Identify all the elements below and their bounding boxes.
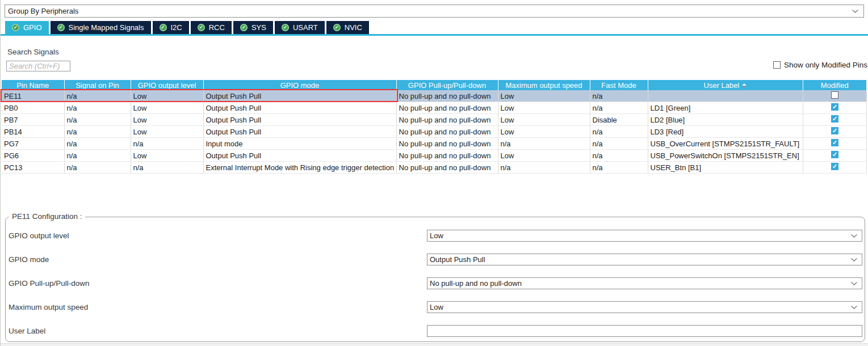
gpio-pull-up-pull-down-select[interactable]: No pull-up and no pull-down (427, 277, 862, 289)
fast-mode-cell[interactable]: n/a (590, 102, 648, 114)
gpio-mode-cell[interactable]: Output Push Pull (203, 114, 396, 126)
maximum-output-speed-cell[interactable]: Low (498, 126, 590, 138)
gpio-output-level-cell[interactable]: Low (131, 150, 203, 162)
gpio-output-level-cell[interactable]: Low (131, 114, 203, 126)
gpio-pull-up-pull-down-cell[interactable]: No pull-up and no pull-down (396, 162, 498, 174)
table-row-pb7[interactable]: PB7n/aLowOutput Push PullNo pull-up and … (2, 114, 866, 126)
group-by-select[interactable]: Group By Peripherals (5, 5, 864, 18)
modified-checkbox[interactable] (831, 91, 838, 99)
pin-name-cell[interactable]: PG7 (2, 138, 64, 150)
fast-mode-cell[interactable]: n/a (590, 138, 648, 150)
pin-name-cell[interactable]: PB14 (2, 126, 64, 138)
gpio-mode-cell[interactable]: External Interrupt Mode with Rising edge… (203, 162, 396, 174)
gpio-output-level-select[interactable]: Low (427, 230, 862, 242)
table-row-pb14[interactable]: PB14n/aLowOutput Push PullNo pull-up and… (2, 126, 866, 138)
column-header-user-label[interactable]: User Label (648, 80, 803, 90)
modified-checkbox[interactable] (831, 103, 838, 111)
user-label-cell[interactable]: LD1 [Green] (648, 102, 803, 114)
maximum-output-speed-cell[interactable]: Low (498, 150, 590, 162)
maximum-output-speed-cell[interactable]: n/a (498, 138, 590, 150)
pin-name-cell[interactable]: PC13 (2, 162, 64, 174)
user-label-cell[interactable]: USB_PowerSwitchOn [STMPS2151STR_EN] (648, 150, 803, 162)
table-row-pe11[interactable]: PE11n/aLowOutput Push PullNo pull-up and… (2, 90, 866, 102)
column-header-modified[interactable]: Modified (803, 80, 866, 90)
signal-on-pin-cell[interactable]: n/a (64, 90, 131, 102)
maximum-output-speed-cell[interactable]: Low (498, 102, 590, 114)
maximum-output-speed-cell[interactable]: Low (498, 90, 590, 102)
pin-name-cell[interactable]: PB0 (2, 102, 64, 114)
signal-on-pin-cell[interactable]: n/a (64, 150, 131, 162)
gpio-mode-cell[interactable]: Input mode (203, 138, 396, 150)
maximum-output-speed-cell[interactable]: Low (498, 114, 590, 126)
modified-checkbox[interactable] (831, 127, 838, 134)
gpio-pull-up-pull-down-cell[interactable]: No pull-up and no pull-down (396, 138, 498, 150)
pin-name-cell[interactable]: PE11 (2, 90, 64, 102)
column-header-label: Pin Name (16, 81, 49, 90)
gpio-pull-up-pull-down-cell[interactable]: No pull-up and no pull-down (396, 102, 498, 114)
fast-mode-cell[interactable]: n/a (590, 150, 648, 162)
config-field-label: GPIO mode (9, 255, 49, 264)
gpio-output-level-cell[interactable]: Low (131, 102, 203, 114)
fast-mode-cell[interactable]: n/a (590, 162, 648, 174)
column-header-gpio-mode[interactable]: GPIO mode (203, 80, 396, 90)
gpio-configuration-panel: Group By Peripherals ✓GPIO✓Single Mapped… (0, 0, 868, 346)
tab-single-mapped-signals[interactable]: ✓Single Mapped Signals (51, 21, 151, 34)
gpio-mode-cell[interactable]: Output Push Pull (203, 150, 396, 162)
modified-cell (803, 162, 866, 174)
tab-rcc[interactable]: ✓RCC (191, 21, 232, 34)
column-header-fast-mode[interactable]: Fast Mode (590, 80, 648, 90)
gpio-pull-up-pull-down-cell[interactable]: No pull-up and no pull-down (396, 90, 498, 102)
user-label-cell[interactable] (648, 90, 803, 102)
column-header-pin-name[interactable]: Pin Name (2, 80, 64, 90)
maximum-output-speed-select[interactable]: Low (427, 301, 862, 313)
gpio-pull-up-pull-down-cell[interactable]: No pull-up and no pull-down (396, 150, 498, 162)
gpio-mode-cell[interactable]: Output Push Pull (203, 102, 396, 114)
signal-on-pin-cell[interactable]: n/a (64, 162, 131, 174)
user-label-cell[interactable]: USB_OverCurrent [STMPS2151STR_FAULT] (648, 138, 803, 150)
fast-mode-cell[interactable]: n/a (590, 90, 648, 102)
modified-checkbox[interactable] (831, 163, 838, 170)
tab-gpio[interactable]: ✓GPIO (5, 21, 49, 34)
tab-i2c[interactable]: ✓I2C (153, 21, 189, 34)
gpio-output-level-cell[interactable]: Low (131, 126, 203, 138)
pin-name-cell[interactable]: PB7 (2, 114, 64, 126)
gpio-pull-up-pull-down-cell[interactable]: No pull-up and no pull-down (396, 114, 498, 126)
gpio-mode-cell[interactable]: Output Push Pull (203, 90, 396, 102)
gpio-output-level-cell[interactable]: Low (131, 90, 203, 102)
fast-mode-cell[interactable]: n/a (590, 126, 648, 138)
tab-sys[interactable]: ✓SYS (233, 21, 273, 34)
gpio-mode-cell[interactable]: Output Push Pull (203, 126, 396, 138)
user-label-cell[interactable]: LD2 [Blue] (648, 114, 803, 126)
show-only-modified-checkbox[interactable] (773, 61, 781, 69)
tab-nvic[interactable]: ✓NVIC (326, 21, 369, 34)
gpio-mode-select[interactable]: Output Push Pull (427, 254, 862, 265)
signal-on-pin-cell[interactable]: n/a (64, 102, 131, 114)
user-label-cell[interactable]: LD3 [Red] (648, 126, 803, 138)
table-row-pg7[interactable]: PG7n/an/aInput modeNo pull-up and no pul… (2, 138, 866, 150)
signal-on-pin-cell[interactable]: n/a (64, 114, 131, 126)
tab-label: NVIC (345, 23, 362, 32)
maximum-output-speed-cell[interactable]: n/a (498, 162, 590, 174)
column-header-gpio-pull-up-pull-down[interactable]: GPIO Pull-up/Pull-down (396, 80, 498, 90)
search-input[interactable] (6, 61, 70, 71)
gpio-pull-up-pull-down-cell[interactable]: No pull-up and no pull-down (396, 126, 498, 138)
tab-usart[interactable]: ✓USART (275, 21, 325, 34)
modified-checkbox[interactable] (831, 139, 838, 146)
modified-checkbox[interactable] (831, 151, 838, 158)
user-label-cell[interactable]: USER_Btn [B1] (648, 162, 803, 174)
gpio-output-level-cell[interactable]: n/a (131, 162, 203, 174)
column-header-gpio-output-level[interactable]: GPIO output level (131, 80, 203, 90)
user-label-input[interactable] (427, 325, 862, 337)
table-row-pg6[interactable]: PG6n/aLowOutput Push PullNo pull-up and … (2, 150, 866, 162)
table-row-pc13[interactable]: PC13n/an/aExternal Interrupt Mode with R… (2, 162, 866, 174)
column-header-signal-on-pin[interactable]: Signal on Pin (64, 80, 131, 90)
fast-mode-cell[interactable]: Disable (590, 114, 648, 126)
pin-name-cell[interactable]: PG6 (2, 150, 64, 162)
signal-on-pin-cell[interactable]: n/a (64, 138, 131, 150)
column-header-maximum-output-speed[interactable]: Maximum output speed (498, 80, 590, 90)
config-row-gpio-pull-up-pull-down: GPIO Pull-up/Pull-downNo pull-up and no … (6, 277, 865, 289)
modified-checkbox[interactable] (831, 115, 838, 123)
signal-on-pin-cell[interactable]: n/a (64, 126, 131, 138)
gpio-output-level-cell[interactable]: n/a (131, 138, 203, 150)
table-row-pb0[interactable]: PB0n/aLowOutput Push PullNo pull-up and … (2, 102, 866, 114)
